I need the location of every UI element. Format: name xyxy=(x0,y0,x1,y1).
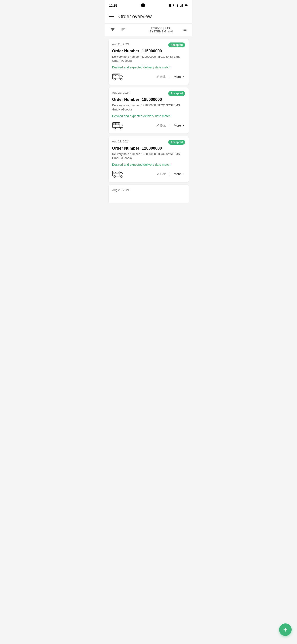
list-view-button[interactable] xyxy=(181,26,189,34)
sim-icon xyxy=(173,4,175,7)
sort-icon xyxy=(121,27,126,32)
company-id: 1234567 | IFCO xyxy=(145,26,178,30)
toolbar: 1234567 | IFCO SYSTEMS GmbH xyxy=(105,24,192,36)
order-date: Aug 23, 2024 xyxy=(112,91,129,94)
shield-icon xyxy=(169,4,172,7)
status-bar: 12:55 xyxy=(105,0,192,10)
edit-label: Edit xyxy=(160,172,166,176)
truck-icon xyxy=(112,72,124,81)
svg-rect-0 xyxy=(180,6,181,7)
svg-rect-1 xyxy=(181,5,181,6)
more-label: More xyxy=(174,124,181,127)
edit-label: Edit xyxy=(160,75,166,78)
order-date: Aug 23, 2024 xyxy=(112,140,129,143)
footer-actions: Edit | More xyxy=(156,172,185,176)
order-date: Aug 28, 2024 xyxy=(112,42,129,46)
order-date: Aug 23, 2024 xyxy=(112,188,129,192)
edit-icon xyxy=(156,172,159,176)
footer-actions: Edit | More xyxy=(156,75,185,79)
wifi-icon xyxy=(176,4,179,7)
order-number: Order Number: 115000000 xyxy=(112,49,185,54)
svg-rect-17 xyxy=(116,123,118,125)
order-card-header: Aug 23, 2024 Accepted xyxy=(112,140,185,145)
chevron-down-icon xyxy=(182,75,185,78)
svg-point-13 xyxy=(114,127,116,129)
order-number: Order Number: 128000000 xyxy=(112,146,185,151)
status-badge: Accepted xyxy=(168,42,185,48)
svg-point-14 xyxy=(120,127,122,129)
edit-button[interactable]: Edit xyxy=(156,75,166,78)
status-badge: Accepted xyxy=(168,140,185,145)
status-icons xyxy=(169,4,188,7)
delivery-note: Delivery note number: 172000000 / IFCO S… xyxy=(112,103,185,111)
edit-button[interactable]: Edit xyxy=(156,172,166,176)
orders-list: Aug 28, 2024 Accepted Order Number: 1150… xyxy=(105,36,192,205)
more-button[interactable]: More xyxy=(174,75,185,78)
order-card: Aug 23, 2024 Accepted Order Number: 1850… xyxy=(109,88,189,133)
truck-icon xyxy=(112,121,124,130)
order-card: Aug 23, 2024 Accepted Order Number: 1280… xyxy=(109,136,189,182)
svg-rect-10 xyxy=(113,75,115,76)
more-button[interactable]: More xyxy=(174,172,185,176)
svg-point-19 xyxy=(114,176,116,177)
order-card-header: Aug 23, 2024 Accepted xyxy=(112,91,185,96)
svg-rect-3 xyxy=(182,4,183,7)
svg-rect-5 xyxy=(185,5,187,6)
order-card-footer: Edit | More xyxy=(112,121,185,130)
footer-actions: Edit | More xyxy=(156,124,185,128)
battery-icon xyxy=(184,4,188,7)
chevron-down-icon xyxy=(182,172,185,176)
page-title: Order overview xyxy=(118,14,152,20)
app-header: Order overview xyxy=(105,10,192,24)
edit-button[interactable]: Edit xyxy=(156,124,166,127)
delivery-match: Desired and expected delivery date match xyxy=(112,66,185,69)
toolbar-left xyxy=(109,26,142,34)
filter-icon xyxy=(110,27,115,32)
delivery-note: Delivery note number: 470000000 / IFCO S… xyxy=(112,55,185,63)
status-badge: Accepted xyxy=(168,91,185,96)
filter-button[interactable] xyxy=(109,26,117,34)
order-card-footer: Edit | More xyxy=(112,170,185,178)
svg-rect-22 xyxy=(113,172,115,173)
svg-point-20 xyxy=(120,176,122,177)
company-name: SYSTEMS GmbH xyxy=(145,30,178,33)
order-card-footer: Edit | More xyxy=(112,72,185,81)
svg-point-8 xyxy=(120,78,122,80)
edit-icon xyxy=(156,75,159,78)
svg-rect-16 xyxy=(113,123,115,125)
order-number: Order Number: 185000000 xyxy=(112,97,185,102)
svg-rect-23 xyxy=(116,172,118,173)
truck-icon xyxy=(112,170,124,178)
sort-button[interactable] xyxy=(119,26,127,34)
delivery-match: Desired and expected delivery date match xyxy=(112,114,185,118)
delivery-note: Delivery note number: 133000000 / IFCO S… xyxy=(112,152,185,160)
camera-notch xyxy=(141,3,145,8)
order-card-header: Aug 23, 2024 xyxy=(112,188,185,192)
signal-icon xyxy=(180,4,183,7)
more-button[interactable]: More xyxy=(174,124,185,127)
separator: | xyxy=(169,172,170,176)
separator: | xyxy=(169,124,170,128)
company-info: 1234567 | IFCO SYSTEMS GmbH xyxy=(145,26,178,33)
edit-label: Edit xyxy=(160,124,166,127)
svg-rect-2 xyxy=(181,5,182,7)
delivery-match: Desired and expected delivery date match xyxy=(112,163,185,166)
edit-icon xyxy=(156,124,159,127)
more-label: More xyxy=(174,172,181,176)
list-view-icon xyxy=(182,27,187,32)
chevron-down-icon xyxy=(182,124,185,127)
menu-button[interactable] xyxy=(109,13,116,20)
separator: | xyxy=(169,75,170,79)
more-label: More xyxy=(174,75,181,78)
order-card-header: Aug 28, 2024 Accepted xyxy=(112,42,185,48)
status-time: 12:55 xyxy=(109,4,118,8)
order-card-partial: Aug 23, 2024 xyxy=(109,185,189,202)
order-card: Aug 28, 2024 Accepted Order Number: 1150… xyxy=(109,39,189,85)
svg-rect-11 xyxy=(116,75,118,76)
svg-point-7 xyxy=(114,78,116,80)
